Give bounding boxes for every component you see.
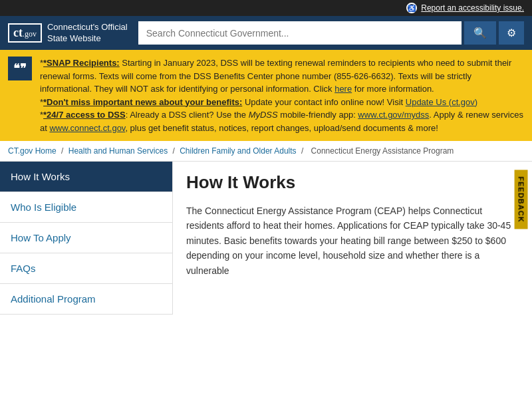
search-button[interactable]: 🔍 (464, 21, 496, 45)
search-icon: 🔍 (473, 27, 487, 39)
header: ct.gov Connecticut's Official State Webs… (0, 16, 532, 50)
settings-button[interactable]: ⚙ (499, 21, 524, 45)
breadcrumb-current: Connecticut Energy Assistance Program (311, 146, 454, 156)
content-body: The Connecticut Energy Assistance Progra… (186, 203, 519, 278)
connect-ct-link[interactable]: www.connect.ct.gov (49, 123, 125, 133)
news-text: Update your contact info online now! Vis… (242, 97, 405, 107)
feedback-tab[interactable]: FEEDBACK (514, 170, 527, 229)
sidebar-item-faqs[interactable]: FAQs (0, 253, 172, 284)
news-announcement: **Don't miss important news about your b… (40, 96, 524, 109)
sidebar-item-who-eligible[interactable]: Who Is Eligible (0, 192, 172, 223)
breadcrumb-home[interactable]: CT.gov Home (8, 146, 57, 156)
gear-icon: ⚙ (507, 27, 516, 39)
page-title: How It Works (186, 172, 519, 193)
snap-label: *SNAP Recipients: (43, 58, 120, 68)
search-area: 🔍 ⚙ (138, 21, 524, 45)
accessibility-icon: ♿ (406, 3, 417, 13)
logo-gov-text: .gov (23, 29, 37, 39)
update-us-link[interactable]: Update Us (ct.gov) (406, 97, 477, 107)
breadcrumb-sep-3: / (301, 146, 306, 156)
top-bar: ♿ Report an accessibility issue. (0, 0, 532, 16)
snap-more-text: for more information. (352, 84, 434, 94)
breadcrumb-sep-1: / (61, 146, 66, 156)
logo-line1: Connecticut's Official (47, 22, 128, 33)
breadcrumb-children[interactable]: Children Family and Older Adults (180, 146, 296, 156)
sidebar-item-additional[interactable]: Additional Program (0, 284, 172, 315)
main-area: How It Works Who Is Eligible How To Appl… (0, 162, 532, 315)
announcement-bar: ❝❞ **SNAP Recipients: Starting in Januar… (0, 50, 532, 141)
sidebar: How It Works Who Is Eligible How To Appl… (0, 162, 173, 315)
search-input[interactable] (138, 21, 462, 45)
content-area: How It Works The Connecticut Energy Assi… (173, 162, 532, 315)
logo-ct-text: ct (13, 26, 23, 39)
snap-here-link[interactable]: here (334, 84, 352, 94)
quote-icon: ❝❞ (8, 57, 32, 80)
sidebar-item-how-apply[interactable]: How To Apply (0, 223, 172, 253)
dss-announcement: **24/7 access to DSS: Already a DSS clie… (40, 108, 524, 134)
breadcrumb-health[interactable]: Health and Human Services (68, 146, 168, 156)
sidebar-item-how-it-works[interactable]: How It Works (0, 162, 172, 192)
accessibility-link[interactable]: Report an accessibility issue. (421, 3, 524, 13)
logo-box: ct.gov Connecticut's Official State Webs… (8, 22, 128, 45)
snap-announcement: **SNAP Recipients: Starting in January 2… (40, 57, 524, 96)
dss-text2: mobile-friendly app: (278, 110, 358, 120)
logo-subtitle: Connecticut's Official State Website (47, 22, 128, 45)
mydss-link[interactable]: www.ct.gov/mydss (358, 110, 429, 120)
ct-gov-logo: ct.gov (8, 23, 42, 43)
logo-line2: State Website (47, 33, 128, 45)
dss-label: *24/7 access to DSS (43, 110, 126, 120)
dss-text4: , plus get benefit status, notices, repo… (125, 123, 438, 133)
breadcrumb: CT.gov Home / Health and Human Services … (0, 141, 532, 162)
news-label: *Don't miss important news about your be… (43, 97, 242, 107)
dss-text: : Already a DSS client? Use the (126, 110, 249, 120)
breadcrumb-sep-2: / (172, 146, 177, 156)
dss-app-name: MyDSS (249, 110, 278, 120)
